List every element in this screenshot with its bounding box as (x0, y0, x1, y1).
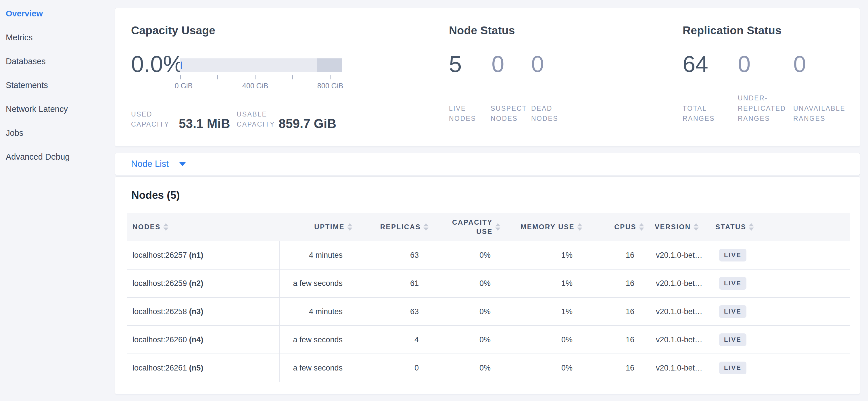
replicas-cell: 61 (354, 269, 430, 297)
nodes-table-heading: Nodes (5) (131, 189, 180, 201)
node-address-cell: localhost:26258 (n3) (127, 297, 279, 326)
cpus-cell: 16 (584, 241, 646, 269)
column-header-cpus[interactable]: CPUS (584, 213, 646, 241)
sidebar-item-metrics[interactable]: Metrics (6, 26, 115, 50)
replicas-cell: 0 (354, 354, 430, 382)
column-label: STATUS (715, 223, 746, 231)
chevron-down-icon (179, 162, 186, 166)
replication-status-title: Replication Status (683, 24, 781, 37)
node-list-dropdown[interactable]: Node List (115, 153, 860, 175)
node-id: (n4) (189, 336, 204, 344)
node-status-title: Node Status (449, 24, 515, 37)
nodes-table: NODES UPTIME REPLICAS CAPACITY USE MEMOR… (127, 213, 850, 382)
node-id: (n2) (189, 279, 204, 288)
sidebar: Overview Metrics Databases Statements Ne… (0, 0, 115, 401)
node-address[interactable]: localhost:26258 (132, 307, 189, 316)
column-header-memory-use[interactable]: MEMORY USE (502, 213, 584, 241)
sort-icon (693, 223, 699, 231)
column-label: REPLICAS (380, 223, 421, 231)
table-row[interactable]: localhost:26260 (n4)a few seconds40%0%16… (127, 326, 850, 354)
live-nodes-count: 5 (449, 53, 462, 76)
sort-icon (495, 223, 500, 231)
sidebar-item-overview[interactable]: Overview (6, 2, 115, 26)
version-cell: v20.1.0-bet… (646, 241, 705, 269)
cpus-cell: 16 (584, 297, 646, 326)
column-header-nodes[interactable]: NODES (127, 213, 279, 241)
column-header-uptime[interactable]: UPTIME (279, 213, 354, 241)
cpus-cell: 16 (584, 269, 646, 297)
sort-icon (749, 223, 754, 231)
memory-use-cell: 0% (502, 326, 584, 354)
uptime-cell: a few seconds (279, 326, 354, 354)
column-header-replicas[interactable]: REPLICAS (354, 213, 430, 241)
node-address-cell: localhost:26260 (n4) (127, 326, 279, 354)
capacity-gauge-ticks (180, 75, 342, 79)
sidebar-item-network-latency[interactable]: Network Latency (6, 97, 115, 121)
column-label: UPTIME (314, 223, 345, 231)
sort-icon (347, 223, 352, 231)
status-cell: LIVE (705, 269, 850, 297)
sort-icon (577, 223, 582, 231)
node-address[interactable]: localhost:26257 (132, 251, 189, 259)
node-address[interactable]: localhost:26261 (132, 364, 189, 372)
status-badge: LIVE (719, 305, 746, 318)
capacity-stats: USED CAPACITY 53.1 MiB USABLE CAPACITY 8… (131, 109, 336, 130)
capacity-gauge-bar (180, 58, 342, 72)
capacity-use-cell: 0% (430, 326, 502, 354)
node-address-cell: localhost:26259 (n2) (127, 269, 279, 297)
axis-label-800: 800 GiB (317, 82, 343, 90)
replicas-cell: 63 (354, 241, 430, 269)
sidebar-item-jobs[interactable]: Jobs (6, 121, 115, 145)
table-header-row: NODES UPTIME REPLICAS CAPACITY USE MEMOR… (127, 213, 850, 241)
capacity-used-percent: 0.0% (131, 53, 183, 76)
unavailable-ranges-label: UNAVAILABLE RANGES (793, 104, 851, 124)
column-label: VERSION (655, 223, 691, 231)
suspect-nodes-label: SUSPECT NODES (491, 104, 531, 124)
used-capacity-value: 53.1 MiB (179, 118, 230, 130)
sort-icon (163, 223, 168, 231)
table-row[interactable]: localhost:26259 (n2)a few seconds610%1%1… (127, 269, 850, 297)
capacity-use-cell: 0% (430, 241, 502, 269)
sidebar-item-advanced-debug[interactable]: Advanced Debug (6, 145, 115, 169)
usable-capacity-label: USABLE CAPACITY (237, 109, 274, 130)
nodes-table-card: Nodes (5) NODES UPTIME REPLICAS (115, 176, 860, 394)
column-header-status[interactable]: STATUS (705, 213, 850, 241)
sort-icon (423, 223, 429, 231)
cluster-summary-card: Capacity Usage 0.0% 0 GiB 400 GiB 800 Gi… (115, 8, 860, 147)
status-badge: LIVE (719, 249, 746, 261)
replicas-cell: 4 (354, 326, 430, 354)
status-badge: LIVE (719, 362, 746, 374)
column-label: CAPACITY USE (450, 218, 493, 236)
status-badge: LIVE (719, 334, 746, 346)
uptime-cell: 4 minutes (279, 297, 354, 326)
total-ranges-label: TOTAL RANGES (683, 104, 728, 124)
total-ranges-count: 64 (683, 53, 708, 76)
cpus-cell: 16 (584, 354, 646, 382)
table-row[interactable]: localhost:26258 (n3)4 minutes630%1%16v20… (127, 297, 850, 326)
column-header-version[interactable]: VERSION (646, 213, 705, 241)
replicas-cell: 63 (354, 297, 430, 326)
memory-use-cell: 1% (502, 297, 584, 326)
sort-icon (639, 223, 644, 231)
memory-use-cell: 1% (502, 241, 584, 269)
version-cell: v20.1.0-bet… (646, 269, 705, 297)
node-address[interactable]: localhost:26260 (132, 336, 189, 344)
unavailable-ranges-count: 0 (793, 53, 806, 76)
column-header-capacity-use[interactable]: CAPACITY USE (430, 213, 502, 241)
status-cell: LIVE (705, 354, 850, 382)
table-row[interactable]: localhost:26257 (n1)4 minutes630%1%16v20… (127, 241, 850, 269)
capacity-gauge: 0 GiB 400 GiB 800 GiB (180, 58, 342, 90)
version-cell: v20.1.0-bet… (646, 326, 705, 354)
axis-label-0: 0 GiB (175, 82, 193, 90)
table-row[interactable]: localhost:26261 (n5)a few seconds00%0%16… (127, 354, 850, 382)
column-label: NODES (132, 223, 161, 231)
version-cell: v20.1.0-bet… (646, 297, 705, 326)
node-address[interactable]: localhost:26259 (132, 279, 189, 288)
status-cell: LIVE (705, 297, 850, 326)
under-replicated-ranges-label: UNDER-REPLICATED RANGES (738, 93, 789, 124)
column-label: CPUS (614, 223, 636, 231)
sidebar-item-databases[interactable]: Databases (6, 50, 115, 74)
sidebar-item-statements[interactable]: Statements (6, 74, 115, 97)
capacity-usage-title: Capacity Usage (131, 24, 215, 37)
capacity-gauge-nonusable-segment (317, 58, 342, 72)
